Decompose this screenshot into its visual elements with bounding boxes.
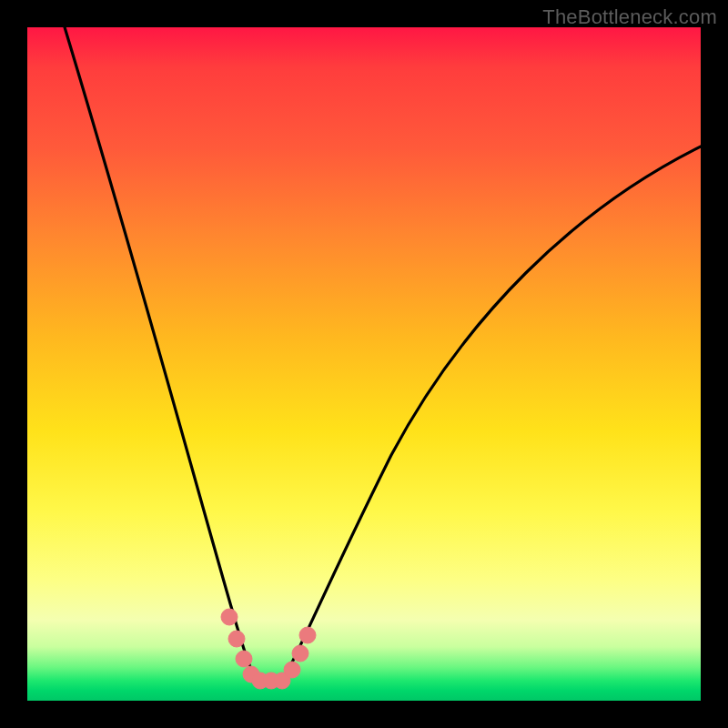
marker-dot <box>292 645 308 662</box>
marker-dot <box>299 627 316 643</box>
watermark-text: TheBottleneck.com <box>542 5 717 29</box>
bottleneck-curve-svg <box>27 27 701 701</box>
marker-dot <box>221 609 238 625</box>
chart-frame: TheBottleneck.com <box>0 0 728 728</box>
plot-area <box>27 27 701 701</box>
marker-dot <box>284 662 300 678</box>
bottleneck-curve <box>59 27 701 681</box>
marker-dot <box>236 651 252 667</box>
marker-dot <box>228 631 245 647</box>
min-marker-group <box>221 609 316 689</box>
